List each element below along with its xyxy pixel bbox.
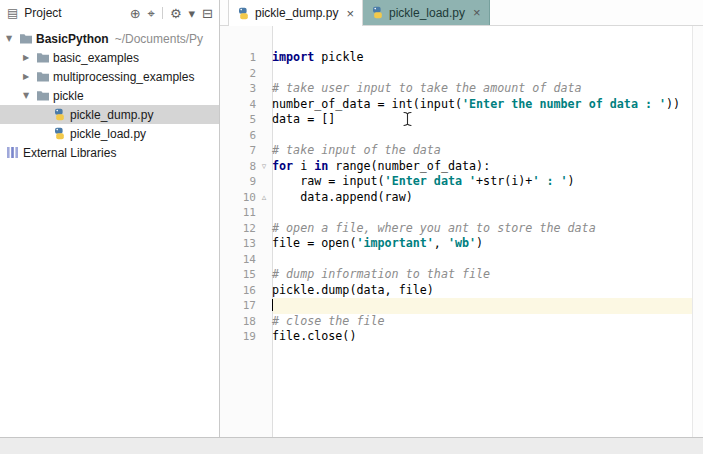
code-lines: 1import pickle23# take user input to tak… [220, 26, 693, 345]
fold-spacer [256, 314, 272, 330]
chevron-collapsed-icon[interactable]: ▶ [23, 72, 36, 81]
fold-spacer [256, 143, 272, 159]
code-text: import pickle [272, 50, 693, 66]
line-number[interactable]: 18 [220, 314, 256, 330]
fold-spacer [256, 97, 272, 113]
tab-pickle-dump-py[interactable]: pickle_dump.py× [228, 0, 363, 26]
code-text: number_of_data = int(input('Enter the nu… [272, 97, 693, 113]
python-file-icon [237, 7, 250, 20]
text-caret [272, 299, 273, 311]
editor-scrollbar[interactable] [692, 26, 703, 437]
folder-icon [19, 32, 36, 45]
code-line-15: 15# dump information to that file [220, 267, 693, 283]
line-number[interactable]: 13 [220, 236, 256, 252]
tree-item-basicpython[interactable]: ▼BasicPython~/Documents/Py [0, 29, 219, 48]
libraries-icon [6, 146, 23, 159]
line-number[interactable]: 2 [220, 66, 256, 82]
tree-item-label: BasicPython [36, 32, 109, 46]
tab-pickle-load-py[interactable]: pickle_load.py× [363, 0, 490, 25]
line-number[interactable]: 17 [220, 298, 256, 314]
code-line-18: 18# close the file [220, 314, 693, 330]
line-number[interactable]: 7 [220, 143, 256, 159]
project-panel-toolbar: ⊕⌖⚙▾⊟ [130, 7, 213, 20]
fold-spacer [256, 50, 272, 66]
code-line-4: 4number_of_data = int(input('Enter the n… [220, 97, 693, 113]
chevron-expanded-icon[interactable]: ▼ [6, 34, 19, 43]
code-line-13: 13file = open('important', 'wb') [220, 236, 693, 252]
folder-icon [36, 51, 53, 64]
fold-spacer [256, 236, 272, 252]
fold-spacer [256, 267, 272, 283]
code-text: data = [] [272, 112, 693, 128]
line-number[interactable]: 15 [220, 267, 256, 283]
line-number[interactable]: 8 [220, 159, 256, 175]
project-panel-header: ▤ Project ⊕⌖⚙▾⊟ [0, 0, 219, 26]
line-number[interactable]: 11 [220, 205, 256, 221]
sync-project-icon[interactable]: ⊕ [130, 7, 141, 20]
code-line-8: 8▿for i in range(number_of_data): [220, 159, 693, 175]
fold-end-icon[interactable]: ▵ [256, 190, 272, 206]
code-line-3: 3# take user input to take the amount of… [220, 81, 693, 97]
code-line-7: 7# take input of the data [220, 143, 693, 159]
settings-gear-icon[interactable]: ⚙ [170, 7, 182, 20]
chevron-collapsed-icon[interactable]: ▶ [23, 53, 36, 62]
line-number[interactable]: 4 [220, 97, 256, 113]
chevron-down-icon[interactable]: ▾ [189, 7, 196, 20]
tab-close-icon[interactable]: × [473, 6, 481, 19]
line-number[interactable]: 9 [220, 174, 256, 190]
fold-spacer [256, 81, 272, 97]
fold-spacer [256, 128, 272, 144]
tree-item-pickle-dump-py[interactable]: pickle_dump.py [0, 105, 219, 124]
code-text: raw = input('Enter data '+str(i)+' : ') [272, 174, 693, 190]
tab-label: pickle_load.py [389, 6, 465, 20]
editor-area: pickle_dump.py×pickle_load.py× 1import p… [220, 0, 703, 437]
tree-item-external-libraries[interactable]: External Libraries [0, 143, 219, 162]
code-line-11: 11 [220, 205, 693, 221]
tree-item-basic-examples[interactable]: ▶basic_examples [0, 48, 219, 67]
tab-close-icon[interactable]: × [346, 7, 354, 20]
fold-open-icon[interactable]: ▿ [256, 159, 272, 175]
code-line-12: 12# open a file, where you ant to store … [220, 221, 693, 237]
tree-item-pickle[interactable]: ▼pickle [0, 86, 219, 105]
code-editor[interactable]: 1import pickle23# take user input to tak… [220, 26, 693, 437]
tree-item-multiprocessing-examples[interactable]: ▶multiprocessing_examples [0, 67, 219, 86]
project-panel-title[interactable]: Project [24, 6, 61, 20]
code-line-6: 6 [220, 128, 693, 144]
tree-item-path-hint: ~/Documents/Py [115, 32, 203, 46]
code-text [272, 66, 693, 82]
code-text: # take input of the data [272, 143, 693, 159]
fold-spacer [256, 329, 272, 345]
python-file-icon [371, 6, 384, 19]
folder-icon [36, 70, 53, 83]
line-number[interactable]: 5 [220, 112, 256, 128]
code-line-14: 14 [220, 252, 693, 268]
project-panel: ▤ Project ⊕⌖⚙▾⊟ ▼BasicPython~/Documents/… [0, 0, 220, 437]
line-number[interactable]: 3 [220, 81, 256, 97]
hide-panel-icon[interactable]: ⊟ [202, 7, 213, 20]
line-number[interactable]: 19 [220, 329, 256, 345]
line-number[interactable]: 1 [220, 50, 256, 66]
code-text [272, 252, 693, 268]
code-text: data.append(raw) [272, 190, 693, 206]
tree-item-pickle-load-py[interactable]: pickle_load.py [0, 124, 219, 143]
code-text: file.close() [272, 329, 693, 345]
fold-spacer [256, 174, 272, 190]
code-text: # open a file, where you ant to store th… [272, 221, 693, 237]
fold-spacer [256, 252, 272, 268]
line-number[interactable]: 6 [220, 128, 256, 144]
code-line-10: 10▵ data.append(raw) [220, 190, 693, 206]
tree-item-label: pickle_load.py [70, 127, 146, 141]
code-line-19: 19file.close() [220, 329, 693, 345]
chevron-expanded-icon[interactable]: ▼ [23, 91, 36, 100]
code-text [272, 298, 693, 314]
tree-item-label: External Libraries [23, 146, 116, 160]
code-text: # take user input to take the amount of … [272, 81, 693, 97]
line-number[interactable]: 10 [220, 190, 256, 206]
project-tool-window-icon[interactable]: ▤ [7, 6, 18, 20]
fold-spacer [256, 112, 272, 128]
line-number[interactable]: 14 [220, 252, 256, 268]
scroll-from-source-icon[interactable]: ⌖ [148, 7, 155, 20]
line-number[interactable]: 16 [220, 283, 256, 299]
line-number[interactable]: 12 [220, 221, 256, 237]
code-line-2: 2 [220, 66, 693, 82]
